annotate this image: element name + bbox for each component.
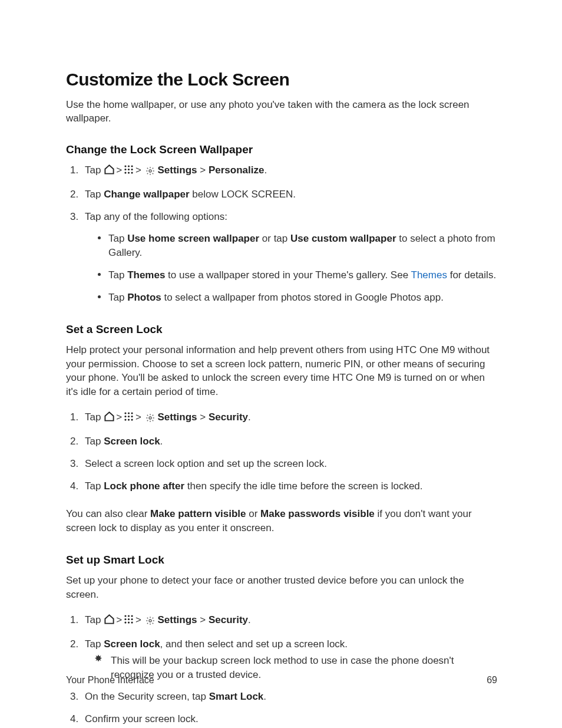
themes-link[interactable]: Themes <box>411 269 447 281</box>
section-heading: Set a Screen Lock <box>66 323 497 336</box>
svg-point-12 <box>131 413 133 414</box>
bold-text: Make pattern visible <box>150 508 246 519</box>
page-number: 69 <box>487 675 497 686</box>
text: or tap <box>259 233 290 244</box>
svg-point-24 <box>128 618 130 620</box>
page-title: Customize the Lock Screen <box>66 70 497 90</box>
step-text: below LOCK SCREEN. <box>190 189 296 200</box>
svg-point-7 <box>128 172 130 173</box>
security-label: Security <box>209 614 248 625</box>
text: to select a wallpaper from photos stored… <box>161 292 444 303</box>
svg-point-23 <box>124 618 126 620</box>
text: for details. <box>447 269 496 281</box>
svg-point-26 <box>124 622 126 624</box>
separator: > <box>116 164 122 176</box>
step-item: Tap Lock phone after then specify the id… <box>81 479 497 493</box>
step-item: Tap >> Settings > Personalize. <box>81 163 497 179</box>
svg-point-10 <box>124 413 126 414</box>
separator: > <box>116 614 122 625</box>
svg-point-14 <box>128 416 130 417</box>
step-text: Tap <box>85 480 104 492</box>
step-text: . <box>263 691 266 702</box>
step-text: Tap <box>85 189 104 200</box>
step-item: Select a screen lock option and set up t… <box>81 457 497 471</box>
text: Tap <box>108 292 127 303</box>
svg-point-13 <box>124 416 126 417</box>
text: You can also clear <box>66 508 150 519</box>
svg-point-4 <box>128 169 130 170</box>
steps-list: Tap >> Settings > Security. Tap Screen l… <box>66 410 497 493</box>
svg-point-29 <box>149 620 151 622</box>
period: . <box>248 614 251 625</box>
bold-text: Make passwords visible <box>260 508 375 519</box>
svg-point-0 <box>124 165 126 167</box>
step-text: Tap <box>85 411 104 423</box>
section-note: You can also clear Make pattern visible … <box>66 507 497 535</box>
gear-icon <box>146 615 155 629</box>
svg-point-19 <box>149 417 151 419</box>
home-icon <box>104 164 115 179</box>
period: . <box>264 164 267 176</box>
period: . <box>248 411 251 423</box>
separator: > <box>116 411 122 423</box>
separator: > <box>135 164 141 176</box>
separator: > <box>200 411 206 423</box>
step-text: Tap any of the following options: <box>85 211 227 222</box>
bold-text: Use custom wallpaper <box>290 233 396 244</box>
page-footer: Your Phone Interface 69 <box>66 675 497 686</box>
step-text: On the Security screen, tap <box>85 691 209 702</box>
svg-point-2 <box>131 165 133 167</box>
section-heading: Change the Lock Screen Wallpaper <box>66 143 497 156</box>
bold-text: Lock phone after <box>104 480 184 492</box>
step-item: Tap >> Settings > Security. <box>81 410 497 426</box>
apps-grid-icon <box>123 164 134 179</box>
svg-point-22 <box>131 615 133 617</box>
svg-point-28 <box>131 622 133 624</box>
step-text: Tap <box>85 164 104 176</box>
step-item: Tap Change wallpaper below LOCK SCREEN. <box>81 187 497 202</box>
section-intro: Set up your phone to detect your face or… <box>66 574 497 601</box>
security-label: Security <box>209 411 248 423</box>
bold-text: Screen lock <box>104 436 160 447</box>
gear-icon <box>146 165 155 179</box>
step-item: Tap >> Settings > Security. <box>81 613 497 629</box>
svg-point-11 <box>128 413 130 414</box>
document-page: Customize the Lock Screen Use the home w… <box>0 0 562 728</box>
svg-point-27 <box>128 622 130 624</box>
bold-text: Themes <box>127 269 165 281</box>
step-text: Tap <box>85 638 104 650</box>
step-text: then specify the idle time before the sc… <box>184 480 422 492</box>
separator: > <box>200 164 206 176</box>
step-item: Tap Screen lock. <box>81 434 497 449</box>
personalize-label: Personalize <box>209 164 265 176</box>
svg-point-16 <box>124 419 126 421</box>
text: or <box>246 508 261 519</box>
section-smart-lock: Set up Smart Lock Set up your phone to d… <box>66 554 497 726</box>
text: Tap <box>108 233 127 244</box>
svg-point-6 <box>124 172 126 173</box>
bullet-list: Tap Use home screen wallpaper or tap Use… <box>85 232 497 304</box>
step-text: , and then select and set up a screen lo… <box>160 638 348 650</box>
svg-point-17 <box>128 419 130 421</box>
footer-section: Your Phone Interface <box>66 675 154 686</box>
gear-icon <box>146 412 155 426</box>
step-item: On the Security screen, tap Smart Lock. <box>81 690 497 704</box>
svg-point-8 <box>131 172 133 173</box>
bold-text: Smart Lock <box>209 691 264 702</box>
step-text: Tap <box>85 614 104 625</box>
step-item: Tap any of the following options: Tap Us… <box>81 210 497 305</box>
text: to use a wallpaper stored in your Theme'… <box>165 269 411 281</box>
step-text: . <box>160 436 163 447</box>
settings-label: Settings <box>157 411 197 423</box>
bold-text: Use home screen wallpaper <box>127 233 259 244</box>
svg-point-3 <box>124 169 126 170</box>
svg-point-5 <box>131 169 133 170</box>
note-icon <box>93 654 104 668</box>
svg-point-18 <box>131 419 133 421</box>
apps-grid-icon <box>123 614 134 629</box>
section-change-wallpaper: Change the Lock Screen Wallpaper Tap >> … <box>66 143 497 305</box>
settings-label: Settings <box>157 164 197 176</box>
settings-label: Settings <box>157 614 197 625</box>
separator: > <box>200 614 206 625</box>
text: Tap <box>108 269 127 281</box>
